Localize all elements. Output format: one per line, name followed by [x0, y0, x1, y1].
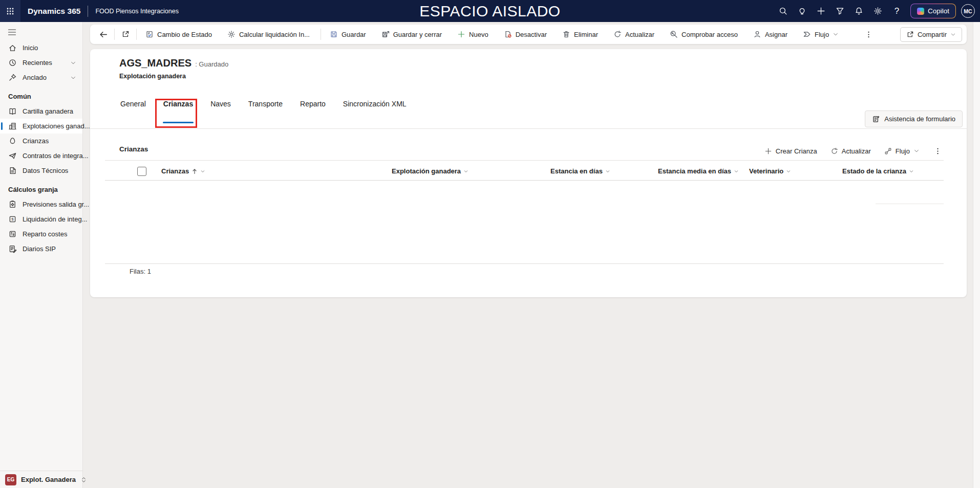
- subgrid-more-commands-icon[interactable]: [929, 143, 946, 159]
- trash-icon: [562, 30, 570, 38]
- record-name: AGS_MADRES : Guardado: [119, 57, 228, 69]
- column-header-estado-de-la-crianza[interactable]: Estado de la crianza: [842, 167, 914, 175]
- sidebar-item-inicio[interactable]: Inicio: [0, 40, 82, 55]
- tab-reparto[interactable]: Reparto: [299, 92, 327, 128]
- desactivar-button[interactable]: Desactivar: [497, 27, 553, 42]
- cambio-de-estado-button[interactable]: Cambio de Estado: [139, 27, 219, 42]
- more-commands-icon[interactable]: [860, 27, 877, 42]
- sidebar-item-diarios-sip[interactable]: Diarios SIP: [0, 241, 82, 256]
- egg-icon: [8, 137, 17, 145]
- select-all-checkbox[interactable]: [137, 167, 146, 176]
- sidebar-item-datos-tecnicos[interactable]: Datos Técnicos: [0, 163, 82, 178]
- crear-crianza-button[interactable]: Crear Crianza: [760, 144, 821, 158]
- chevron-down-icon: [734, 169, 739, 174]
- lightbulb-icon[interactable]: [793, 0, 812, 22]
- comprobar-acceso-button[interactable]: Comprobar acceso: [663, 27, 744, 42]
- sidebar-item-contratos-integracion[interactable]: Contratos de integra...: [0, 148, 82, 163]
- form-assist-button[interactable]: Asistencia de formulario: [865, 110, 963, 127]
- gear-icon[interactable]: [868, 0, 887, 22]
- tab-naves[interactable]: Naves: [209, 92, 232, 128]
- tab-transporte[interactable]: Transporte: [247, 92, 284, 128]
- sidebar-item-liquidacion-integracion[interactable]: $ Liquidación de integ...: [0, 212, 82, 227]
- book-icon: [8, 107, 17, 116]
- chevron-down-icon: [200, 169, 205, 174]
- money-doc-icon: $: [8, 215, 17, 224]
- eliminar-button[interactable]: Eliminar: [556, 27, 605, 42]
- vertical-scrollbar[interactable]: [973, 22, 980, 488]
- hamburger-menu-icon[interactable]: [8, 26, 21, 38]
- guardar-button[interactable]: Guardar: [323, 27, 373, 42]
- flow-connect-icon: [884, 147, 892, 155]
- clipboard-gear-icon: [8, 200, 17, 209]
- sidebar-group-comun: Común: [0, 85, 82, 104]
- flujo-button[interactable]: Flujo: [796, 27, 845, 42]
- calcular-liquidacion-button[interactable]: Calcular liquidación In...: [221, 27, 316, 42]
- asignar-button[interactable]: Asignar: [747, 27, 794, 42]
- app-brand[interactable]: Dynamics 365: [28, 7, 80, 16]
- commandbar-divider: [114, 29, 115, 40]
- filter-icon[interactable]: [830, 0, 849, 22]
- refresh-icon: [613, 30, 622, 38]
- copilot-logo-icon: [917, 8, 924, 15]
- person-icon: [753, 30, 761, 38]
- sidebar-item-reparto-costes[interactable]: Reparto costes: [0, 227, 82, 241]
- back-icon[interactable]: [95, 27, 112, 42]
- sidebar-item-anclado[interactable]: Anclado: [0, 70, 82, 85]
- building-icon: [8, 122, 17, 130]
- copilot-label: Copilot: [928, 7, 949, 15]
- tab-general[interactable]: General: [119, 92, 147, 128]
- record-status: : Guardado: [195, 60, 228, 68]
- tab-crianzas[interactable]: Crianzas: [162, 92, 194, 128]
- form-tab-strip: General Crianzas Naves Transporte Repart…: [90, 92, 967, 129]
- sitemap-sidebar: Inicio Recientes Anclado Común Cartilla …: [0, 22, 83, 488]
- sidebar-item-previsiones-salida[interactable]: Previsiones salida gr...: [0, 197, 82, 212]
- chevron-down-icon: [605, 169, 610, 174]
- send-document-icon: [8, 151, 17, 160]
- plus-icon[interactable]: [812, 0, 830, 22]
- sidebar-item-recientes[interactable]: Recientes: [0, 55, 82, 70]
- chevron-down-icon: [909, 169, 914, 174]
- bell-icon[interactable]: [849, 0, 868, 22]
- area-switcher[interactable]: EG Explot. Ganadera: [0, 471, 82, 488]
- column-header-veterinario[interactable]: Veterinario: [749, 167, 791, 175]
- search-icon[interactable]: [774, 0, 793, 22]
- sidebar-item-explotaciones-ganaderas[interactable]: Explotaciones ganad...: [0, 119, 82, 134]
- gear-icon: [227, 30, 236, 38]
- column-header-crianzas[interactable]: Crianzas: [161, 167, 205, 175]
- flujo-subgrid-button[interactable]: Flujo: [880, 144, 924, 158]
- chevron-down-icon[interactable]: [70, 60, 76, 66]
- flow-icon: [803, 30, 811, 38]
- guardar-y-cerrar-button[interactable]: Guardar y cerrar: [375, 27, 449, 42]
- column-header-estancia-media-en-dias[interactable]: Estancia media en días: [658, 167, 739, 175]
- home-icon: [8, 43, 17, 52]
- environment-name[interactable]: FOOD Piensos Integraciones: [95, 8, 179, 15]
- actualizar-subgrid-button[interactable]: Actualizar: [826, 144, 875, 158]
- chevron-up-down-icon: [80, 476, 87, 483]
- subgrid-top-divider: [105, 160, 944, 161]
- subgrid-header-divider: [105, 180, 944, 181]
- open-in-new-window-icon[interactable]: [117, 27, 134, 42]
- journal-edit-icon: [8, 245, 17, 253]
- sidebar-item-crianzas[interactable]: Crianzas: [0, 134, 82, 148]
- key-search-icon: [670, 30, 678, 38]
- plus-icon: [457, 30, 465, 38]
- chevron-down-icon[interactable]: [70, 75, 76, 81]
- help-icon[interactable]: ?: [887, 0, 906, 22]
- sidebar-item-cartilla-ganadera[interactable]: Cartilla ganadera: [0, 104, 82, 119]
- copilot-button[interactable]: Copilot: [910, 4, 956, 18]
- page-title: ESPACIO AISLADO: [419, 3, 560, 20]
- chevron-down-icon: [950, 32, 956, 37]
- tab-sincronizacion-xml[interactable]: Sincronización XML: [342, 92, 408, 128]
- sort-ascending-icon: [191, 168, 198, 174]
- column-header-estancia-en-dias[interactable]: Estancia en días: [550, 167, 610, 175]
- user-avatar[interactable]: MC: [961, 4, 975, 18]
- actualizar-button[interactable]: Actualizar: [607, 27, 661, 42]
- column-header-explotacion-ganadera[interactable]: Explotación ganadera: [392, 167, 468, 175]
- chevron-down-icon: [913, 148, 920, 154]
- compartir-button[interactable]: Compartir: [900, 27, 962, 42]
- plus-icon: [764, 147, 772, 155]
- waffle-menu-icon[interactable]: [0, 0, 20, 22]
- pin-icon: [8, 73, 17, 82]
- subgrid-bottom-divider: [105, 263, 944, 264]
- nuevo-button[interactable]: Nuevo: [451, 27, 495, 42]
